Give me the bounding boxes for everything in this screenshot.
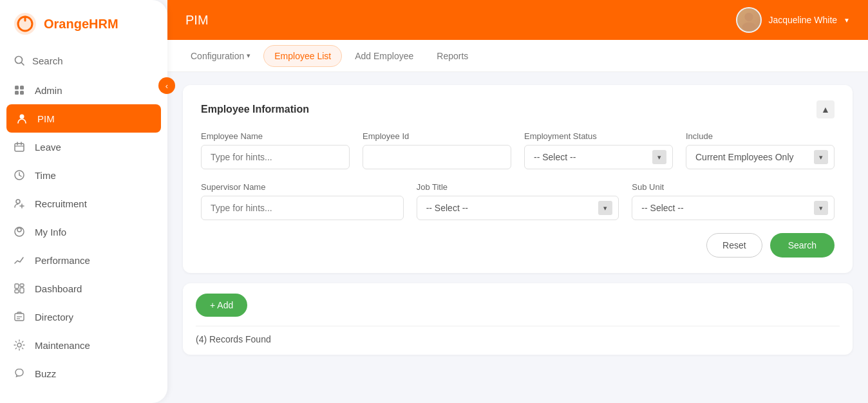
- sidebar-label-myinfo: My Info: [35, 227, 66, 238]
- header-title: PIM: [185, 13, 209, 28]
- employee-name-group: Employee Name: [201, 131, 350, 169]
- sub-unit-label: Sub Unit: [632, 182, 835, 192]
- records-found: (4) Records Found: [196, 326, 840, 344]
- employee-name-input[interactable]: [201, 145, 350, 169]
- svg-rect-23: [20, 284, 24, 286]
- add-employee-button[interactable]: + Add: [196, 294, 247, 317]
- tab-configuration[interactable]: Configuration ▾: [180, 46, 261, 66]
- svg-rect-5: [15, 86, 19, 89]
- employment-status-group: Employment Status -- Select -- ▾: [524, 131, 673, 169]
- svg-point-29: [17, 343, 21, 347]
- sidebar-item-maintenance[interactable]: Maintenance: [0, 331, 167, 359]
- sidebar-logo: OrangeHRM: [0, 0, 167, 48]
- search-icon: [13, 54, 26, 67]
- svg-rect-7: [15, 91, 19, 95]
- reset-button[interactable]: Reset: [706, 233, 762, 258]
- sidebar-item-performance[interactable]: Performance: [0, 246, 167, 274]
- employee-id-group: Employee Id: [363, 131, 511, 169]
- employment-status-select-wrap: -- Select -- ▾: [524, 145, 673, 169]
- employment-status-label: Employment Status: [524, 131, 673, 141]
- svg-rect-8: [20, 91, 24, 95]
- user-chevron-icon: ▼: [844, 17, 850, 24]
- sub-unit-select[interactable]: -- Select --: [632, 196, 835, 220]
- search-button[interactable]: Search: [770, 233, 835, 258]
- sidebar-item-leave[interactable]: Leave: [0, 133, 167, 161]
- sidebar-label-dashboard: Dashboard: [35, 283, 82, 294]
- main-content: PIM Jacqueline White ▼ Configuration ▾ E…: [167, 0, 868, 403]
- include-group: Include Current Employees Only ▾: [686, 131, 835, 169]
- app-name: OrangeHRM: [44, 17, 118, 32]
- content-area: Employee Information ▲ Employee Name Emp…: [167, 72, 868, 403]
- recruitment-icon: [13, 197, 26, 210]
- tab-reports[interactable]: Reports: [426, 46, 478, 66]
- dashboard-icon: [13, 282, 26, 295]
- svg-point-3: [15, 57, 23, 64]
- employment-status-select[interactable]: -- Select --: [524, 145, 673, 169]
- sidebar-item-recruitment[interactable]: Recruitment: [0, 189, 167, 218]
- sidebar-label-buzz: Buzz: [35, 368, 56, 379]
- svg-rect-25: [20, 288, 24, 293]
- job-title-select-wrap: -- Select -- ▾: [417, 196, 619, 220]
- form-row-2: Supervisor Name Job Title -- Select -- ▾…: [201, 182, 835, 220]
- supervisor-name-group: Supervisor Name: [201, 182, 404, 220]
- sidebar-item-buzz[interactable]: Buzz: [0, 359, 167, 388]
- chevron-down-icon: ▾: [247, 52, 250, 60]
- sidebar-label-directory: Directory: [35, 312, 73, 323]
- pim-icon: [15, 112, 28, 125]
- sidebar-label-pim: PIM: [37, 113, 55, 124]
- tab-add-employee[interactable]: Add Employee: [344, 46, 424, 66]
- svg-point-17: [16, 200, 20, 203]
- sidebar-item-myinfo[interactable]: My Info: [0, 218, 167, 246]
- avatar-image: [737, 8, 760, 32]
- svg-line-4: [22, 63, 24, 66]
- employee-id-input[interactable]: [363, 145, 511, 169]
- user-name: Jacqueline White: [768, 15, 837, 25]
- supervisor-name-label: Supervisor Name: [201, 182, 404, 192]
- sidebar-item-dashboard[interactable]: Dashboard: [0, 274, 167, 303]
- avatar: [736, 7, 762, 33]
- form-actions: Reset Search: [201, 233, 835, 258]
- svg-line-16: [19, 175, 21, 176]
- sidebar-item-directory[interactable]: Directory: [0, 303, 167, 331]
- sidebar: OrangeHRM Search Admin PIM Leave: [0, 0, 167, 403]
- job-title-select[interactable]: -- Select --: [417, 196, 619, 220]
- supervisor-name-input[interactable]: [201, 196, 404, 220]
- sidebar-label-recruitment: Recruitment: [35, 198, 87, 209]
- sidebar-item-time[interactable]: Time: [0, 161, 167, 189]
- tab-employee-list[interactable]: Employee List: [263, 45, 342, 67]
- collapse-button[interactable]: ▲: [816, 100, 835, 118]
- job-title-label: Job Title: [417, 182, 619, 192]
- admin-icon: [13, 84, 26, 97]
- sub-unit-group: Sub Unit -- Select -- ▾: [632, 182, 835, 220]
- include-select[interactable]: Current Employees Only: [686, 145, 835, 169]
- employee-name-label: Employee Name: [201, 131, 350, 141]
- sidebar-label-time: Time: [35, 170, 56, 181]
- svg-point-9: [20, 115, 24, 119]
- add-records-section: + Add (4) Records Found: [183, 283, 853, 355]
- nav-tabs: Configuration ▾ Employee List Add Employ…: [167, 40, 868, 72]
- time-icon: [13, 169, 26, 182]
- search-label: Search: [32, 55, 63, 66]
- orangehrm-logo-icon: [13, 12, 37, 36]
- performance-icon: [13, 254, 26, 267]
- employee-info-card: Employee Information ▲ Employee Name Emp…: [183, 85, 853, 273]
- buzz-icon: [13, 367, 26, 380]
- sidebar-item-pim[interactable]: PIM: [6, 104, 161, 133]
- job-title-group: Job Title -- Select -- ▾: [417, 182, 619, 220]
- sidebar-label-performance: Performance: [35, 255, 90, 266]
- include-label: Include: [686, 131, 835, 141]
- page-header: PIM Jacqueline White ▼: [167, 0, 868, 40]
- svg-rect-6: [20, 86, 24, 89]
- sidebar-label-leave: Leave: [35, 142, 61, 153]
- user-menu[interactable]: Jacqueline White ▼: [736, 7, 850, 33]
- sidebar-item-admin[interactable]: Admin: [0, 76, 167, 104]
- svg-point-30: [745, 13, 753, 21]
- sidebar-toggle-button[interactable]: ‹: [158, 77, 175, 94]
- svg-rect-10: [15, 144, 24, 151]
- card-header: Employee Information ▲: [201, 100, 835, 118]
- svg-rect-24: [15, 290, 19, 293]
- sidebar-search[interactable]: Search: [0, 48, 167, 73]
- svg-point-20: [17, 228, 21, 232]
- sidebar-nav: Admin PIM Leave Time Rec: [0, 76, 167, 388]
- leave-icon: [13, 140, 26, 153]
